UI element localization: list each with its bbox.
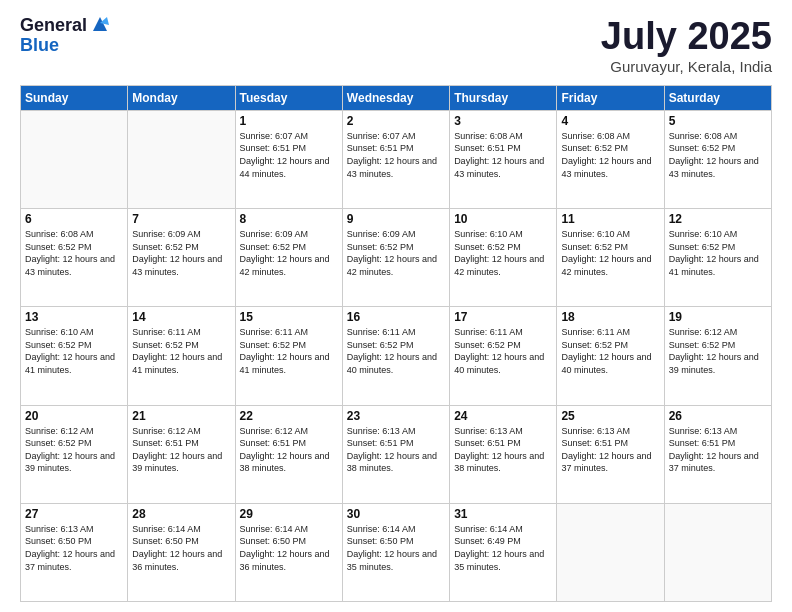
day-number: 16 [347, 310, 445, 324]
day-number: 22 [240, 409, 338, 423]
calendar-cell: 21Sunrise: 6:12 AMSunset: 6:51 PMDayligh… [128, 405, 235, 503]
day-number: 15 [240, 310, 338, 324]
day-number: 30 [347, 507, 445, 521]
day-number: 12 [669, 212, 767, 226]
day-info: Sunrise: 6:11 AMSunset: 6:52 PMDaylight:… [347, 326, 445, 376]
day-info: Sunrise: 6:09 AMSunset: 6:52 PMDaylight:… [347, 228, 445, 278]
weekday-header-monday: Monday [128, 85, 235, 110]
weekday-header-friday: Friday [557, 85, 664, 110]
day-number: 14 [132, 310, 230, 324]
calendar-cell: 6Sunrise: 6:08 AMSunset: 6:52 PMDaylight… [21, 209, 128, 307]
day-number: 13 [25, 310, 123, 324]
day-number: 1 [240, 114, 338, 128]
calendar-cell: 30Sunrise: 6:14 AMSunset: 6:50 PMDayligh… [342, 503, 449, 601]
calendar-cell: 17Sunrise: 6:11 AMSunset: 6:52 PMDayligh… [450, 307, 557, 405]
day-info: Sunrise: 6:11 AMSunset: 6:52 PMDaylight:… [454, 326, 552, 376]
calendar-cell: 24Sunrise: 6:13 AMSunset: 6:51 PMDayligh… [450, 405, 557, 503]
day-info: Sunrise: 6:13 AMSunset: 6:51 PMDaylight:… [561, 425, 659, 475]
day-info: Sunrise: 6:10 AMSunset: 6:52 PMDaylight:… [669, 228, 767, 278]
weekday-header-saturday: Saturday [664, 85, 771, 110]
week-row-3: 13Sunrise: 6:10 AMSunset: 6:52 PMDayligh… [21, 307, 772, 405]
calendar-cell: 8Sunrise: 6:09 AMSunset: 6:52 PMDaylight… [235, 209, 342, 307]
day-info: Sunrise: 6:11 AMSunset: 6:52 PMDaylight:… [240, 326, 338, 376]
calendar-cell: 23Sunrise: 6:13 AMSunset: 6:51 PMDayligh… [342, 405, 449, 503]
day-number: 26 [669, 409, 767, 423]
day-number: 10 [454, 212, 552, 226]
day-info: Sunrise: 6:09 AMSunset: 6:52 PMDaylight:… [132, 228, 230, 278]
calendar-cell [21, 110, 128, 208]
day-number: 20 [25, 409, 123, 423]
calendar-cell: 3Sunrise: 6:08 AMSunset: 6:51 PMDaylight… [450, 110, 557, 208]
day-info: Sunrise: 6:09 AMSunset: 6:52 PMDaylight:… [240, 228, 338, 278]
calendar-cell: 18Sunrise: 6:11 AMSunset: 6:52 PMDayligh… [557, 307, 664, 405]
logo-icon [89, 13, 111, 35]
calendar-cell [664, 503, 771, 601]
day-number: 11 [561, 212, 659, 226]
week-row-2: 6Sunrise: 6:08 AMSunset: 6:52 PMDaylight… [21, 209, 772, 307]
calendar-cell: 11Sunrise: 6:10 AMSunset: 6:52 PMDayligh… [557, 209, 664, 307]
calendar-cell: 25Sunrise: 6:13 AMSunset: 6:51 PMDayligh… [557, 405, 664, 503]
day-number: 23 [347, 409, 445, 423]
calendar-cell: 20Sunrise: 6:12 AMSunset: 6:52 PMDayligh… [21, 405, 128, 503]
calendar-cell: 29Sunrise: 6:14 AMSunset: 6:50 PMDayligh… [235, 503, 342, 601]
day-number: 9 [347, 212, 445, 226]
day-info: Sunrise: 6:08 AMSunset: 6:52 PMDaylight:… [25, 228, 123, 278]
calendar-cell: 1Sunrise: 6:07 AMSunset: 6:51 PMDaylight… [235, 110, 342, 208]
calendar-cell: 13Sunrise: 6:10 AMSunset: 6:52 PMDayligh… [21, 307, 128, 405]
week-row-5: 27Sunrise: 6:13 AMSunset: 6:50 PMDayligh… [21, 503, 772, 601]
calendar-cell: 27Sunrise: 6:13 AMSunset: 6:50 PMDayligh… [21, 503, 128, 601]
weekday-header-tuesday: Tuesday [235, 85, 342, 110]
day-number: 2 [347, 114, 445, 128]
calendar-cell: 14Sunrise: 6:11 AMSunset: 6:52 PMDayligh… [128, 307, 235, 405]
title-block: July 2025 Guruvayur, Kerala, India [601, 16, 772, 75]
day-info: Sunrise: 6:12 AMSunset: 6:51 PMDaylight:… [132, 425, 230, 475]
day-info: Sunrise: 6:08 AMSunset: 6:51 PMDaylight:… [454, 130, 552, 180]
calendar-cell: 5Sunrise: 6:08 AMSunset: 6:52 PMDaylight… [664, 110, 771, 208]
calendar-cell: 19Sunrise: 6:12 AMSunset: 6:52 PMDayligh… [664, 307, 771, 405]
calendar-cell: 28Sunrise: 6:14 AMSunset: 6:50 PMDayligh… [128, 503, 235, 601]
day-number: 7 [132, 212, 230, 226]
week-row-4: 20Sunrise: 6:12 AMSunset: 6:52 PMDayligh… [21, 405, 772, 503]
day-info: Sunrise: 6:14 AMSunset: 6:49 PMDaylight:… [454, 523, 552, 573]
location-subtitle: Guruvayur, Kerala, India [601, 58, 772, 75]
day-info: Sunrise: 6:11 AMSunset: 6:52 PMDaylight:… [561, 326, 659, 376]
day-info: Sunrise: 6:08 AMSunset: 6:52 PMDaylight:… [669, 130, 767, 180]
calendar-cell: 15Sunrise: 6:11 AMSunset: 6:52 PMDayligh… [235, 307, 342, 405]
logo-general-text: General [20, 16, 87, 36]
calendar-cell: 22Sunrise: 6:12 AMSunset: 6:51 PMDayligh… [235, 405, 342, 503]
day-info: Sunrise: 6:13 AMSunset: 6:51 PMDaylight:… [669, 425, 767, 475]
day-info: Sunrise: 6:13 AMSunset: 6:51 PMDaylight:… [347, 425, 445, 475]
calendar-cell: 4Sunrise: 6:08 AMSunset: 6:52 PMDaylight… [557, 110, 664, 208]
day-number: 28 [132, 507, 230, 521]
weekday-header-row: SundayMondayTuesdayWednesdayThursdayFrid… [21, 85, 772, 110]
calendar-cell: 2Sunrise: 6:07 AMSunset: 6:51 PMDaylight… [342, 110, 449, 208]
day-info: Sunrise: 6:14 AMSunset: 6:50 PMDaylight:… [132, 523, 230, 573]
day-info: Sunrise: 6:11 AMSunset: 6:52 PMDaylight:… [132, 326, 230, 376]
weekday-header-sunday: Sunday [21, 85, 128, 110]
day-info: Sunrise: 6:07 AMSunset: 6:51 PMDaylight:… [347, 130, 445, 180]
day-info: Sunrise: 6:12 AMSunset: 6:51 PMDaylight:… [240, 425, 338, 475]
calendar-cell: 12Sunrise: 6:10 AMSunset: 6:52 PMDayligh… [664, 209, 771, 307]
day-number: 21 [132, 409, 230, 423]
day-info: Sunrise: 6:10 AMSunset: 6:52 PMDaylight:… [25, 326, 123, 376]
logo-blue-text: Blue [20, 36, 111, 56]
day-info: Sunrise: 6:13 AMSunset: 6:51 PMDaylight:… [454, 425, 552, 475]
day-number: 6 [25, 212, 123, 226]
day-number: 25 [561, 409, 659, 423]
day-number: 19 [669, 310, 767, 324]
day-info: Sunrise: 6:10 AMSunset: 6:52 PMDaylight:… [454, 228, 552, 278]
day-number: 17 [454, 310, 552, 324]
day-info: Sunrise: 6:14 AMSunset: 6:50 PMDaylight:… [240, 523, 338, 573]
day-number: 4 [561, 114, 659, 128]
day-number: 8 [240, 212, 338, 226]
month-title: July 2025 [601, 16, 772, 58]
day-number: 24 [454, 409, 552, 423]
day-number: 18 [561, 310, 659, 324]
day-number: 3 [454, 114, 552, 128]
day-info: Sunrise: 6:12 AMSunset: 6:52 PMDaylight:… [669, 326, 767, 376]
weekday-header-thursday: Thursday [450, 85, 557, 110]
day-number: 27 [25, 507, 123, 521]
header: General Blue July 2025 Guruvayur, Kerala… [20, 16, 772, 75]
calendar-cell: 9Sunrise: 6:09 AMSunset: 6:52 PMDaylight… [342, 209, 449, 307]
weekday-header-wednesday: Wednesday [342, 85, 449, 110]
